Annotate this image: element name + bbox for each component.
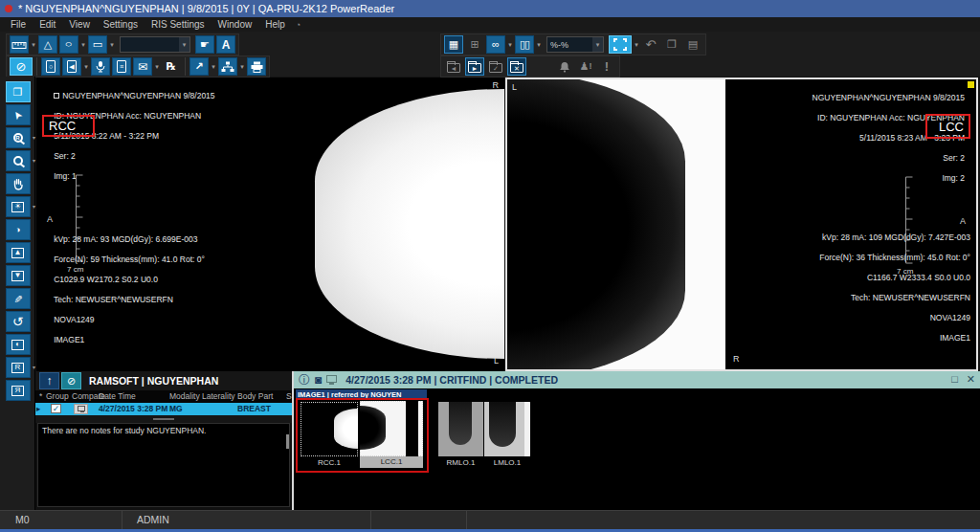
display-monitor-icon[interactable] bbox=[326, 375, 337, 383]
thumbnail-rcc-label[interactable]: RCC.1 bbox=[301, 457, 358, 469]
col-group[interactable]: Group bbox=[46, 391, 69, 401]
compare-dropdown[interactable]: ▾ bbox=[507, 41, 513, 49]
menu-overflow-icon[interactable]: ◔ bbox=[292, 20, 304, 30]
thumbnail-lcc-label[interactable]: LCC.1 bbox=[360, 456, 423, 468]
prescription-button[interactable]: ℞ bbox=[162, 57, 181, 76]
book-layout-button[interactable]: ▯▯ bbox=[515, 35, 534, 54]
previous-image-button[interactable]: ▲ bbox=[6, 242, 31, 263]
next-study-button[interactable]: ► bbox=[465, 57, 484, 76]
export-dropdown[interactable]: ▾ bbox=[211, 63, 216, 71]
routing-dropdown[interactable]: ▾ bbox=[239, 63, 245, 71]
col-laterality[interactable]: Laterality bbox=[202, 391, 235, 401]
previous-study-button[interactable]: ◄ bbox=[444, 57, 463, 76]
rcc-mammogram-image[interactable] bbox=[315, 89, 504, 359]
combo-arrow-icon[interactable]: ▾ bbox=[179, 37, 189, 52]
select-tool-button[interactable]: ➤ bbox=[6, 104, 31, 125]
rectangle-dropdown[interactable]: ▾ bbox=[109, 41, 115, 49]
study-tab-reading[interactable]: ⊘ bbox=[61, 372, 81, 389]
critical-alert-button[interactable]: ! bbox=[597, 57, 616, 76]
pan-tool-button[interactable] bbox=[6, 173, 31, 194]
study-table-row[interactable]: ▸ ✓ 4/27/2015 3:28 PM MG BREAST bbox=[35, 403, 292, 415]
menu-view[interactable]: View bbox=[62, 17, 97, 32]
rotate-image-button[interactable]: R bbox=[6, 357, 31, 378]
thumbnail-lcc-selected[interactable] bbox=[360, 401, 423, 456]
angle-button[interactable]: △ bbox=[38, 35, 57, 54]
annotation-preset-combo[interactable]: ▾ bbox=[120, 36, 190, 53]
book-layout-dropdown[interactable]: ▾ bbox=[536, 41, 542, 49]
routing-button[interactable] bbox=[218, 57, 237, 76]
thumbnail-rcc[interactable] bbox=[301, 402, 358, 456]
pointer-button[interactable]: ☛ bbox=[195, 35, 214, 54]
menu-edit[interactable]: Edit bbox=[33, 17, 62, 32]
microphone-button[interactable] bbox=[91, 57, 110, 76]
key-image-button[interactable]: ○ bbox=[41, 57, 60, 76]
lcc-mammogram-image[interactable] bbox=[507, 79, 685, 369]
group-checkbox[interactable]: ✓ bbox=[51, 404, 61, 413]
col-body-part[interactable]: Body Part bbox=[237, 391, 273, 401]
study-notes-splitter[interactable] bbox=[35, 415, 292, 423]
patient-alert-button[interactable]: ♟! bbox=[576, 57, 595, 76]
window-level-tool-button[interactable]: ☀ bbox=[6, 196, 31, 217]
zoom-level-combo[interactable]: %-% ▾ bbox=[546, 36, 604, 53]
col-date-time[interactable]: Date Time bbox=[99, 391, 136, 401]
col-modality[interactable]: Modality bbox=[169, 391, 200, 401]
complete-study-button[interactable]: ✓ bbox=[486, 57, 505, 76]
fit-dropdown[interactable]: ▾ bbox=[634, 41, 639, 49]
menu-ris-settings[interactable]: RIS Settings bbox=[145, 17, 212, 32]
fine-window-tool-button[interactable]: ◑ bbox=[6, 219, 31, 240]
email-button[interactable]: ✉ bbox=[133, 57, 152, 76]
ruler-button[interactable] bbox=[10, 35, 29, 54]
filmstrip-button[interactable]: ▤ bbox=[683, 35, 702, 54]
close-study-button[interactable]: ✕ bbox=[507, 57, 526, 76]
restore-icon[interactable]: □ bbox=[951, 373, 958, 386]
ellipse-button[interactable]: ○ bbox=[59, 35, 78, 54]
email-dropdown[interactable]: ▾ bbox=[154, 63, 160, 71]
menu-help[interactable]: Help bbox=[258, 17, 292, 32]
reading-compass-button[interactable]: ⊘ bbox=[10, 57, 33, 76]
viewport-lcc[interactable]: L NGUYENPHAN^NGUYENPHAN 9/8/2015 ID: NGU… bbox=[505, 78, 978, 371]
thumbnail-rmlo-label[interactable]: RMLO.1 bbox=[438, 457, 483, 469]
combo-arrow-icon[interactable]: ▾ bbox=[592, 37, 603, 52]
study-tab-send[interactable]: ↑ bbox=[39, 372, 59, 389]
study-notes-box[interactable]: There are no notes for study NGUYENPHAN. bbox=[37, 423, 290, 507]
menu-settings[interactable]: Settings bbox=[97, 17, 145, 32]
reset-view-button[interactable]: ↺ bbox=[6, 311, 31, 332]
viewport-rcc[interactable]: NGUYENPHAN^NGUYENPHAN 9/8/2015 ID: NGUYE… bbox=[36, 78, 504, 371]
pen-annotation-button[interactable]: ✎ bbox=[6, 288, 31, 309]
fit-to-window-button[interactable] bbox=[609, 35, 632, 54]
undo-button[interactable]: ↶ bbox=[641, 35, 660, 54]
single-grid-layout-button[interactable]: ⊞ bbox=[465, 35, 484, 54]
thumbnail-lmlo-label[interactable]: LMLO.1 bbox=[484, 457, 530, 469]
flip-image-button[interactable]: Я bbox=[6, 380, 31, 401]
magnifier-tool-button[interactable]: R bbox=[6, 127, 31, 148]
thumbnail-rmlo[interactable] bbox=[438, 402, 483, 456]
window-level-dropdown[interactable]: ▾ bbox=[33, 203, 35, 210]
zoom-tool-button[interactable] bbox=[6, 150, 31, 171]
info-icon[interactable]: ⓘ bbox=[299, 374, 310, 386]
thumbnail-lmlo[interactable] bbox=[484, 402, 530, 456]
rotate-dropdown[interactable]: ▾ bbox=[33, 364, 35, 370]
dictation-button[interactable]: ◀ bbox=[62, 57, 81, 76]
invert-button[interactable]: ◐ bbox=[6, 334, 31, 355]
report-button[interactable]: ≡ bbox=[112, 57, 131, 76]
export-button[interactable]: ↗ bbox=[189, 57, 209, 76]
notes-scrollbar-thumb[interactable] bbox=[286, 434, 289, 449]
text-annotation-button[interactable]: A bbox=[216, 35, 235, 54]
menu-file[interactable]: File bbox=[4, 17, 33, 32]
notification-bell-button[interactable] bbox=[555, 57, 574, 76]
ruler-dropdown[interactable]: ▾ bbox=[31, 41, 36, 49]
close-icon[interactable]: ✕ bbox=[967, 373, 975, 386]
print-button[interactable] bbox=[247, 57, 266, 76]
dictation-dropdown[interactable]: ▾ bbox=[83, 63, 89, 71]
menu-window[interactable]: Window bbox=[212, 17, 259, 32]
next-image-button[interactable]: ▼ bbox=[6, 265, 31, 286]
col-extra[interactable]: S bbox=[286, 391, 292, 401]
multi-grid-layout-button[interactable]: ▦ bbox=[444, 35, 463, 54]
films-button[interactable]: ❐ bbox=[662, 35, 681, 54]
series-target-icon[interactable]: ◙ bbox=[315, 374, 322, 386]
compare-button[interactable]: ∞ bbox=[486, 35, 505, 54]
rectangle-button[interactable]: ▭ bbox=[88, 35, 107, 54]
magnifier-dropdown[interactable]: ▾ bbox=[33, 134, 35, 141]
lcc-mammogram-field[interactable] bbox=[507, 79, 725, 369]
stack-tool-button[interactable]: ❐ bbox=[6, 81, 31, 102]
